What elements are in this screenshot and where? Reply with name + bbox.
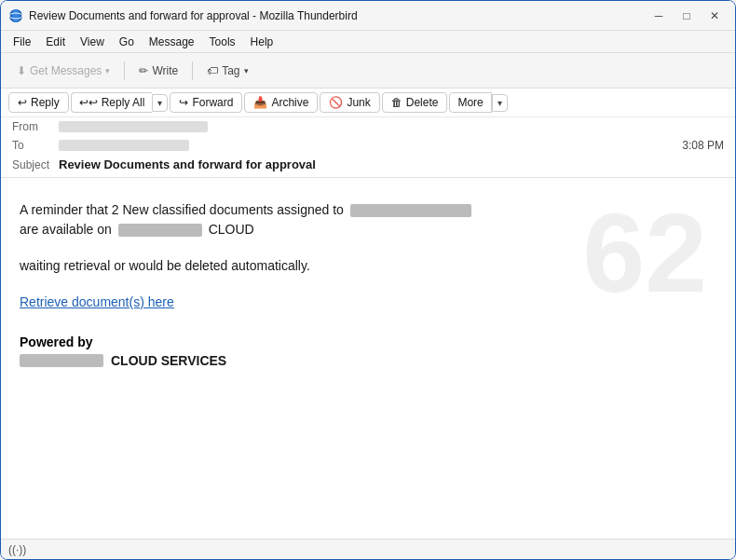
menu-message[interactable]: Message <box>143 34 201 50</box>
app-icon <box>8 8 23 23</box>
reply-label: Reply <box>31 96 60 109</box>
powered-section: Powered by CLOUD SERVICES <box>20 335 716 368</box>
tag-label: Tag <box>222 64 239 77</box>
reply-all-split: ↩↩ Reply All ▾ <box>71 92 169 113</box>
tag-button[interactable]: 🏷 Tag ▾ <box>198 61 256 81</box>
write-label: Write <box>152 64 178 77</box>
powered-label: Powered by <box>20 335 716 349</box>
connection-icon: ((·)) <box>8 543 26 556</box>
reply-button[interactable]: ↩ Reply <box>8 92 69 113</box>
menu-tools[interactable]: Tools <box>203 34 242 50</box>
toolbar-separator-1 <box>124 61 125 80</box>
forward-button[interactable]: ↪ Forward <box>170 92 242 113</box>
toolbar: ⬇ Get Messages ▾ ✏ Write 🏷 Tag ▾ <box>1 53 735 89</box>
reply-icon: ↩ <box>18 96 27 109</box>
action-bar: ↩ Reply ↩↩ Reply All ▾ ↪ Forward 📥 Archi… <box>1 89 735 117</box>
from-value-blurred <box>59 121 208 132</box>
forward-label: Forward <box>192 96 233 109</box>
menu-help[interactable]: Help <box>244 34 280 50</box>
delete-icon: 🗑 <box>391 96 402 109</box>
maximize-button[interactable]: □ <box>674 7 700 25</box>
body-line3: waiting retrieval or would be deleted au… <box>20 258 310 273</box>
reply-all-dropdown-button[interactable]: ▾ <box>152 94 168 112</box>
body-content: A reminder that 2 New classified documen… <box>20 200 716 368</box>
tag-chevron-icon: ▾ <box>244 66 249 75</box>
from-label: From <box>12 120 59 133</box>
main-window: Review Documents and forward for approva… <box>0 0 736 560</box>
to-value-blurred <box>59 140 189 151</box>
body-paragraph-3: Retrieve document(s) here <box>20 293 716 312</box>
more-dropdown-button[interactable]: ▾ <box>492 94 508 112</box>
write-button[interactable]: ✏ Write <box>130 61 186 81</box>
archive-button[interactable]: 📥 Archive <box>244 92 318 113</box>
from-row: From <box>1 117 735 136</box>
svg-point-1 <box>12 9 20 22</box>
body-paragraph-2: waiting retrieval or would be deleted au… <box>20 256 716 276</box>
more-split: More ▾ <box>449 92 507 113</box>
more-label: More <box>457 96 483 109</box>
subject-text: Review Documents and forward for approva… <box>59 157 316 171</box>
email-header: ↩ Reply ↩↩ Reply All ▾ ↪ Forward 📥 Archi… <box>1 89 735 178</box>
toolbar-separator-2 <box>192 61 193 80</box>
reply-all-button[interactable]: ↩↩ Reply All <box>71 92 153 113</box>
subject-label: Subject <box>12 158 59 171</box>
powered-cloud-services: CLOUD SERVICES <box>111 353 226 368</box>
archive-icon: 📥 <box>253 96 267 109</box>
menu-file[interactable]: File <box>7 34 37 50</box>
menubar: File Edit View Go Message Tools Help <box>1 31 735 53</box>
junk-button[interactable]: 🚫 Junk <box>320 92 379 113</box>
retrieve-link[interactable]: Retrieve document(s) here <box>20 294 174 309</box>
statusbar: ((·)) <box>1 539 735 559</box>
more-chevron-icon: ▾ <box>497 98 502 108</box>
email-body: 62 A reminder that 2 New classified docu… <box>1 178 735 539</box>
menu-edit[interactable]: Edit <box>39 34 72 50</box>
delete-button[interactable]: 🗑 Delete <box>382 92 448 113</box>
window-controls: ─ □ ✕ <box>646 7 728 25</box>
junk-icon: 🚫 <box>329 96 343 109</box>
powered-logo-blurred <box>20 354 103 367</box>
email-time: 3:08 PM <box>682 139 724 152</box>
get-messages-chevron-icon[interactable]: ▾ <box>105 66 110 75</box>
reply-all-label: Reply All <box>102 96 145 109</box>
to-row: To 3:08 PM <box>1 136 735 155</box>
sender-name-blurred <box>350 204 471 217</box>
tag-icon: 🏷 <box>207 64 218 77</box>
body-line2-pre: are available on <box>20 222 112 237</box>
body-paragraph-1: A reminder that 2 New classified documen… <box>20 200 716 239</box>
close-button[interactable]: ✕ <box>702 7 728 25</box>
cloud-name-blurred <box>118 224 202 237</box>
minimize-button[interactable]: ─ <box>646 7 672 25</box>
reply-all-icon: ↩↩ <box>79 96 98 109</box>
body-line2-cloud: CLOUD <box>209 222 254 237</box>
more-button[interactable]: More <box>449 92 491 113</box>
reply-all-chevron-icon: ▾ <box>157 98 162 108</box>
powered-logo-row: CLOUD SERVICES <box>20 353 716 368</box>
menu-go[interactable]: Go <box>113 34 141 50</box>
get-messages-button[interactable]: ⬇ Get Messages ▾ <box>8 61 118 81</box>
write-icon: ✏ <box>139 64 148 77</box>
to-label: To <box>12 139 59 152</box>
delete-label: Delete <box>406 96 439 109</box>
archive-label: Archive <box>271 96 308 109</box>
forward-icon: ↪ <box>179 96 188 109</box>
body-line1-pre: A reminder that 2 New classified documen… <box>20 202 344 217</box>
subject-row: Subject Review Documents and forward for… <box>1 155 735 177</box>
get-messages-icon: ⬇ <box>17 64 26 77</box>
titlebar: Review Documents and forward for approva… <box>1 1 735 31</box>
junk-label: Junk <box>347 96 370 109</box>
window-title: Review Documents and forward for approva… <box>29 9 646 22</box>
get-messages-label: Get Messages <box>30 64 102 77</box>
menu-view[interactable]: View <box>74 34 111 50</box>
